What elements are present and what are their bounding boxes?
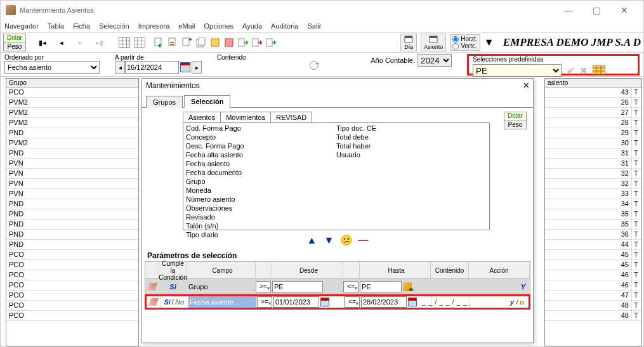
hdr-hasta[interactable]: Hasta — [360, 262, 431, 278]
table-row[interactable]: 33T — [545, 189, 641, 199]
table-row[interactable]: PCO — [6, 301, 138, 311]
table-row[interactable]: PVN — [6, 189, 138, 199]
list-item[interactable]: Cod. Forma Pago — [186, 124, 336, 133]
list-item[interactable]: Grupo — [186, 178, 336, 187]
orient-horz[interactable]: Horzt. — [452, 36, 478, 43]
maximize-button[interactable]: ▢ — [582, 2, 610, 18]
list-item[interactable] — [336, 195, 487, 204]
table-row[interactable]: 47T — [545, 291, 641, 301]
table-row[interactable]: 31T — [545, 159, 641, 169]
menu-opciones[interactable]: Opciones — [204, 22, 233, 30]
row1-hasta[interactable]: PE — [360, 281, 402, 292]
row1-op1[interactable]: >= — [256, 281, 271, 292]
dropdown-arrow-icon[interactable]: ▼ — [484, 37, 497, 48]
table-row[interactable]: 46T — [545, 270, 641, 280]
table-row[interactable]: PCO — [6, 260, 138, 270]
grid-view-icon[interactable] — [119, 37, 130, 48]
menu-auditoria[interactable]: Auditoria — [271, 22, 298, 30]
list-item[interactable]: Total debe — [336, 133, 487, 142]
menu-ficha[interactable]: Ficha — [73, 22, 90, 30]
menu-salir[interactable]: Salir — [307, 22, 321, 30]
tab-seleccion[interactable]: Selección — [184, 95, 230, 108]
currency-toggle[interactable]: Dolar Peso — [3, 34, 26, 51]
table-row[interactable]: PVN — [6, 169, 138, 179]
list-item[interactable]: Número asiento — [186, 195, 336, 204]
menu-email[interactable]: eMail — [178, 22, 195, 30]
menu-navegador[interactable]: Navegador — [4, 22, 39, 30]
predef-grid-icon[interactable] — [593, 65, 605, 75]
asiento-button[interactable]: Asiento — [421, 34, 446, 51]
table-row[interactable]: 32T — [545, 169, 641, 179]
list-item[interactable] — [336, 160, 487, 169]
table-row[interactable]: 32T — [545, 179, 641, 189]
table-row[interactable]: 30T — [545, 138, 641, 148]
move-up-icon[interactable]: ▲ — [304, 235, 319, 246]
hdr-desde[interactable]: Desde — [272, 262, 343, 278]
row1-accion[interactable]: Y — [469, 279, 530, 294]
export2-icon[interactable] — [252, 37, 262, 48]
menu-selección[interactable]: Selección — [99, 22, 129, 30]
table-row[interactable]: 34T — [545, 199, 641, 209]
table-row[interactable]: 36T — [545, 230, 641, 240]
row2-desde[interactable]: 01/01/2023 — [273, 296, 319, 308]
refresh-icon[interactable] — [310, 61, 319, 70]
table-row[interactable]: PND — [6, 240, 138, 250]
predef-select[interactable]: PE — [473, 64, 562, 77]
table-row[interactable]: PVM2 — [6, 108, 138, 118]
move-down-icon[interactable]: ▼ — [321, 235, 336, 246]
menu-impresora[interactable]: Impresora — [138, 22, 170, 30]
dialog-currency-peso[interactable]: Peso — [504, 121, 527, 129]
param-row-2[interactable]: Sí / No Fecha asiento >= 01/01/2023 <= 2… — [145, 294, 530, 310]
ordenado-select[interactable]: Fecha asiento — [4, 61, 100, 74]
table-row[interactable]: PCO — [6, 270, 138, 280]
tools2-icon[interactable] — [224, 37, 234, 48]
table-row[interactable]: PVM2 — [6, 138, 138, 148]
table-row[interactable]: 26T — [545, 98, 641, 108]
table-row[interactable]: PCO — [6, 250, 138, 260]
table-row[interactable]: PND — [6, 219, 138, 230]
date-next-button[interactable]: ▸ — [192, 61, 202, 74]
table-row[interactable]: PCO — [6, 280, 138, 291]
date-prev-button[interactable]: ◂ — [115, 61, 125, 74]
doc-copy-icon[interactable] — [196, 37, 206, 48]
table-row[interactable]: PND — [6, 148, 138, 159]
table-row[interactable]: PND — [6, 199, 138, 209]
table-row[interactable]: 46T — [545, 280, 641, 291]
tools-icon[interactable] — [210, 37, 220, 48]
menu-ayuda[interactable]: Ayuda — [242, 22, 262, 30]
row1-op2[interactable]: <= — [343, 281, 358, 292]
eraser-icon[interactable] — [148, 298, 158, 306]
table-row[interactable]: PVM2 — [6, 118, 138, 128]
predef-apply-icon[interactable]: ✔ — [567, 65, 575, 77]
table-row[interactable]: 35T — [545, 209, 641, 219]
row2-accion[interactable]: y / o — [510, 298, 524, 306]
subtab-movimientos[interactable]: Movimientos — [221, 112, 271, 122]
remove-icon[interactable]: — — [356, 235, 371, 246]
hdr-accion[interactable]: Acción — [469, 262, 530, 278]
table-row[interactable]: 35T — [545, 219, 641, 230]
list-item[interactable]: Fecha alta asiento — [186, 151, 336, 160]
table-row[interactable]: 29T — [545, 128, 641, 138]
table-row[interactable]: PCO — [6, 88, 138, 98]
table-row[interactable]: 45T — [545, 260, 641, 270]
list-item[interactable]: Observaciones — [186, 204, 336, 213]
export-icon[interactable] — [238, 37, 248, 48]
list-item[interactable]: Usuario — [336, 151, 487, 160]
calendar-icon[interactable] — [320, 298, 329, 306]
hdr-contenido[interactable]: Contenido — [431, 262, 469, 278]
list-item[interactable] — [336, 178, 487, 187]
list-item[interactable]: Talón (s/n) — [186, 222, 336, 231]
row2-hasta[interactable]: 28/02/2023 — [361, 296, 407, 308]
table-row[interactable]: 48T — [545, 311, 641, 321]
doc-plus-icon[interactable] — [182, 37, 192, 48]
currency-dolar[interactable]: Dolar — [3, 34, 26, 43]
predef-clear-icon[interactable]: ✖ — [580, 65, 588, 75]
table-row[interactable]: PCO — [6, 311, 138, 321]
list-item[interactable]: Moneda — [186, 187, 336, 195]
emoji-icon[interactable]: 😕 — [339, 234, 354, 246]
dia-button[interactable]: Día — [400, 34, 417, 51]
lookup-icon[interactable] — [403, 282, 412, 291]
list-item[interactable] — [336, 169, 487, 178]
list-item[interactable] — [336, 213, 487, 222]
table-row[interactable]: 28T — [545, 118, 641, 128]
